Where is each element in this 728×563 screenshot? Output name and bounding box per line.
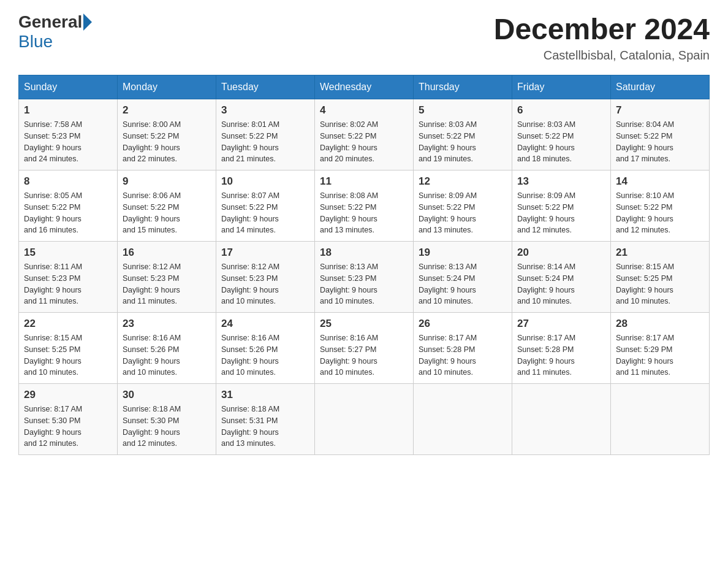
day-number: 18 bbox=[320, 247, 408, 259]
calendar-cell: 16Sunrise: 8:12 AMSunset: 5:23 PMDayligh… bbox=[118, 242, 216, 313]
day-info: Sunrise: 8:07 AMSunset: 5:22 PMDaylight:… bbox=[221, 190, 309, 236]
day-number: 6 bbox=[517, 104, 605, 117]
day-info: Sunrise: 8:18 AMSunset: 5:30 PMDaylight:… bbox=[123, 404, 211, 450]
day-number: 23 bbox=[123, 318, 211, 330]
day-number: 17 bbox=[221, 247, 309, 259]
calendar-cell: 3Sunrise: 8:01 AMSunset: 5:22 PMDaylight… bbox=[216, 99, 315, 170]
calendar-cell: 2Sunrise: 8:00 AMSunset: 5:22 PMDaylight… bbox=[118, 99, 216, 170]
day-number: 4 bbox=[320, 104, 408, 117]
calendar-week-row: 15Sunrise: 8:11 AMSunset: 5:23 PMDayligh… bbox=[19, 242, 710, 313]
day-number: 28 bbox=[616, 318, 704, 330]
calendar-cell: 14Sunrise: 8:10 AMSunset: 5:22 PMDayligh… bbox=[611, 170, 710, 242]
day-number: 19 bbox=[419, 247, 507, 259]
calendar-cell: 10Sunrise: 8:07 AMSunset: 5:22 PMDayligh… bbox=[216, 170, 315, 242]
day-number: 2 bbox=[123, 104, 211, 117]
calendar-cell: 6Sunrise: 8:03 AMSunset: 5:22 PMDaylight… bbox=[512, 99, 611, 170]
day-number: 22 bbox=[24, 318, 112, 330]
calendar-cell: 30Sunrise: 8:18 AMSunset: 5:30 PMDayligh… bbox=[118, 384, 216, 455]
calendar-cell: 12Sunrise: 8:09 AMSunset: 5:22 PMDayligh… bbox=[414, 170, 512, 242]
calendar-cell: 28Sunrise: 8:17 AMSunset: 5:29 PMDayligh… bbox=[611, 313, 710, 384]
day-info: Sunrise: 8:10 AMSunset: 5:22 PMDaylight:… bbox=[616, 190, 704, 236]
calendar-cell: 20Sunrise: 8:14 AMSunset: 5:24 PMDayligh… bbox=[512, 242, 611, 313]
calendar-cell: 8Sunrise: 8:05 AMSunset: 5:22 PMDaylight… bbox=[19, 170, 118, 242]
calendar-cell: 5Sunrise: 8:03 AMSunset: 5:22 PMDaylight… bbox=[414, 99, 512, 170]
day-info: Sunrise: 8:13 AMSunset: 5:23 PMDaylight:… bbox=[320, 261, 408, 307]
day-info: Sunrise: 8:09 AMSunset: 5:22 PMDaylight:… bbox=[517, 190, 605, 236]
calendar-cell: 26Sunrise: 8:17 AMSunset: 5:28 PMDayligh… bbox=[414, 313, 512, 384]
day-info: Sunrise: 8:17 AMSunset: 5:29 PMDaylight:… bbox=[616, 332, 704, 378]
day-info: Sunrise: 8:16 AMSunset: 5:26 PMDaylight:… bbox=[221, 332, 309, 378]
day-info: Sunrise: 8:01 AMSunset: 5:22 PMDaylight:… bbox=[221, 119, 309, 165]
logo-arrow-icon bbox=[83, 13, 92, 31]
calendar-cell: 24Sunrise: 8:16 AMSunset: 5:26 PMDayligh… bbox=[216, 313, 315, 384]
day-info: Sunrise: 8:04 AMSunset: 5:22 PMDaylight:… bbox=[616, 119, 704, 165]
calendar-cell: 22Sunrise: 8:15 AMSunset: 5:25 PMDayligh… bbox=[19, 313, 118, 384]
calendar-cell: 9Sunrise: 8:06 AMSunset: 5:22 PMDaylight… bbox=[118, 170, 216, 242]
day-info: Sunrise: 8:17 AMSunset: 5:28 PMDaylight:… bbox=[419, 332, 507, 378]
weekday-header-sunday: Sunday bbox=[19, 75, 118, 99]
logo: General Blue bbox=[18, 12, 93, 52]
day-number: 26 bbox=[419, 318, 507, 330]
day-info: Sunrise: 8:08 AMSunset: 5:22 PMDaylight:… bbox=[320, 190, 408, 236]
logo-general-text: General bbox=[18, 12, 82, 32]
day-info: Sunrise: 8:12 AMSunset: 5:23 PMDaylight:… bbox=[221, 261, 309, 307]
day-number: 21 bbox=[616, 247, 704, 259]
day-info: Sunrise: 8:12 AMSunset: 5:23 PMDaylight:… bbox=[123, 261, 211, 307]
calendar-cell: 29Sunrise: 8:17 AMSunset: 5:30 PMDayligh… bbox=[19, 384, 118, 455]
calendar-cell: 19Sunrise: 8:13 AMSunset: 5:24 PMDayligh… bbox=[414, 242, 512, 313]
day-number: 12 bbox=[419, 175, 507, 188]
day-number: 7 bbox=[616, 104, 704, 117]
day-number: 31 bbox=[221, 389, 309, 401]
weekday-header-saturday: Saturday bbox=[611, 75, 710, 99]
calendar-cell: 25Sunrise: 8:16 AMSunset: 5:27 PMDayligh… bbox=[315, 313, 414, 384]
day-number: 15 bbox=[24, 247, 112, 259]
day-number: 5 bbox=[419, 104, 507, 117]
day-number: 1 bbox=[24, 104, 112, 117]
weekday-header-row: SundayMondayTuesdayWednesdayThursdayFrid… bbox=[19, 75, 710, 99]
day-number: 11 bbox=[320, 175, 408, 188]
calendar-cell bbox=[414, 384, 512, 455]
day-info: Sunrise: 8:02 AMSunset: 5:22 PMDaylight:… bbox=[320, 119, 408, 165]
day-info: Sunrise: 8:00 AMSunset: 5:22 PMDaylight:… bbox=[123, 119, 211, 165]
day-number: 27 bbox=[517, 318, 605, 330]
day-info: Sunrise: 8:15 AMSunset: 5:25 PMDaylight:… bbox=[24, 332, 112, 378]
weekday-header-thursday: Thursday bbox=[414, 75, 512, 99]
day-info: Sunrise: 8:16 AMSunset: 5:26 PMDaylight:… bbox=[123, 332, 211, 378]
day-number: 16 bbox=[123, 247, 211, 259]
day-number: 30 bbox=[123, 389, 211, 401]
weekday-header-wednesday: Wednesday bbox=[315, 75, 414, 99]
calendar-cell: 4Sunrise: 8:02 AMSunset: 5:22 PMDaylight… bbox=[315, 99, 414, 170]
day-number: 25 bbox=[320, 318, 408, 330]
weekday-header-monday: Monday bbox=[118, 75, 216, 99]
day-info: Sunrise: 8:16 AMSunset: 5:27 PMDaylight:… bbox=[320, 332, 408, 378]
calendar-cell: 7Sunrise: 8:04 AMSunset: 5:22 PMDaylight… bbox=[611, 99, 710, 170]
weekday-header-tuesday: Tuesday bbox=[216, 75, 315, 99]
day-info: Sunrise: 8:17 AMSunset: 5:28 PMDaylight:… bbox=[517, 332, 605, 378]
day-number: 29 bbox=[24, 389, 112, 401]
month-title: December 2024 bbox=[494, 12, 710, 46]
day-number: 20 bbox=[517, 247, 605, 259]
calendar-cell: 15Sunrise: 8:11 AMSunset: 5:23 PMDayligh… bbox=[19, 242, 118, 313]
calendar-cell: 18Sunrise: 8:13 AMSunset: 5:23 PMDayligh… bbox=[315, 242, 414, 313]
day-info: Sunrise: 7:58 AMSunset: 5:23 PMDaylight:… bbox=[24, 119, 112, 165]
calendar-cell: 13Sunrise: 8:09 AMSunset: 5:22 PMDayligh… bbox=[512, 170, 611, 242]
calendar-cell: 11Sunrise: 8:08 AMSunset: 5:22 PMDayligh… bbox=[315, 170, 414, 242]
calendar-cell bbox=[512, 384, 611, 455]
calendar-week-row: 1Sunrise: 7:58 AMSunset: 5:23 PMDaylight… bbox=[19, 99, 710, 170]
location-subtitle: Castellbisbal, Catalonia, Spain bbox=[494, 48, 710, 63]
day-number: 14 bbox=[616, 175, 704, 188]
day-number: 10 bbox=[221, 175, 309, 188]
calendar-cell: 31Sunrise: 8:18 AMSunset: 5:31 PMDayligh… bbox=[216, 384, 315, 455]
day-info: Sunrise: 8:17 AMSunset: 5:30 PMDaylight:… bbox=[24, 404, 112, 450]
calendar-week-row: 22Sunrise: 8:15 AMSunset: 5:25 PMDayligh… bbox=[19, 313, 710, 384]
calendar-week-row: 8Sunrise: 8:05 AMSunset: 5:22 PMDaylight… bbox=[19, 170, 710, 242]
day-info: Sunrise: 8:11 AMSunset: 5:23 PMDaylight:… bbox=[24, 261, 112, 307]
day-number: 8 bbox=[24, 175, 112, 188]
day-info: Sunrise: 8:13 AMSunset: 5:24 PMDaylight:… bbox=[419, 261, 507, 307]
calendar-cell bbox=[611, 384, 710, 455]
day-info: Sunrise: 8:09 AMSunset: 5:22 PMDaylight:… bbox=[419, 190, 507, 236]
calendar-table: SundayMondayTuesdayWednesdayThursdayFrid… bbox=[18, 75, 710, 455]
calendar-week-row: 29Sunrise: 8:17 AMSunset: 5:30 PMDayligh… bbox=[19, 384, 710, 455]
logo-blue-text: Blue bbox=[18, 32, 53, 52]
title-section: December 2024 Castellbisbal, Catalonia, … bbox=[494, 12, 710, 63]
